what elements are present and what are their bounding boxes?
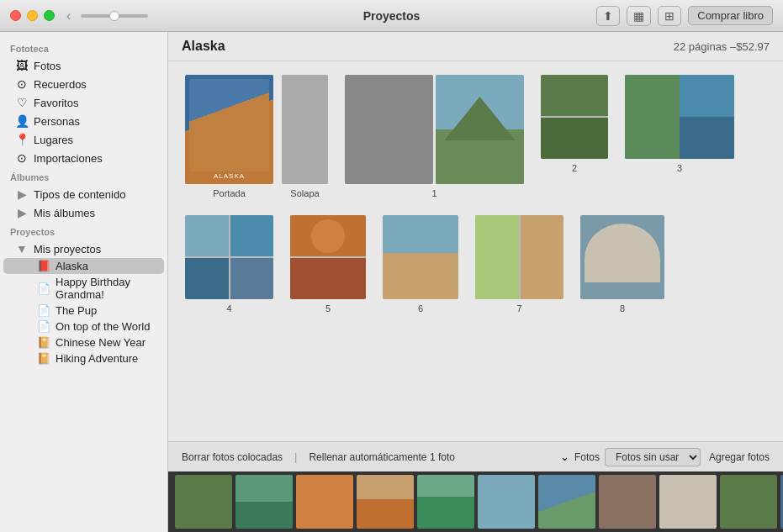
page-cell-5[interactable]: 5 xyxy=(290,215,366,313)
film-thumb-10[interactable] xyxy=(720,475,777,529)
chinese-icon: 📔 xyxy=(37,336,50,349)
sidebar-item-lugares[interactable]: 📍 Lugares xyxy=(3,130,164,149)
page-label-7: 7 xyxy=(516,303,521,313)
sidebar-item-mis-proyectos[interactable]: ▼ Mis proyectos xyxy=(3,240,164,258)
film-thumb-5[interactable] xyxy=(417,475,474,529)
imports-icon: ⊙ xyxy=(15,151,29,165)
page-thumb-5[interactable] xyxy=(290,215,366,299)
page-thumb-blank[interactable] xyxy=(345,75,433,184)
page-label-solapa: Solapa xyxy=(290,188,319,198)
sidebar-item-importaciones[interactable]: ⊙ Importaciones xyxy=(3,149,164,167)
page-cell-6[interactable]: 6 xyxy=(383,215,458,313)
sidebar-item-favoritos-label: Favoritos xyxy=(34,97,78,109)
maximize-button[interactable] xyxy=(44,10,55,21)
project-title: Alaska xyxy=(182,39,225,54)
page-thumb-7[interactable] xyxy=(475,215,563,299)
buy-book-button[interactable]: Comprar libro xyxy=(688,6,773,25)
sidebar-item-fotos[interactable]: 🖼 Fotos xyxy=(3,56,164,75)
photos-icon: 🖼 xyxy=(15,59,29,72)
share-icon-button[interactable]: ⬆ xyxy=(596,6,620,26)
page-cell-1[interactable] xyxy=(436,75,524,184)
app-body: Fototeca 🖼 Fotos ⊙ Recuerdos ♡ Favoritos… xyxy=(0,32,783,532)
project-item-birthday[interactable]: 📄 Happy Birthday Grandma! xyxy=(3,274,164,303)
fotos-label: Fotos xyxy=(574,451,600,463)
page-thumb-8[interactable] xyxy=(580,215,664,299)
chevron-down-icon: ⌄ xyxy=(560,450,569,463)
zoom-slider[interactable] xyxy=(81,14,148,18)
spread-2 xyxy=(541,75,608,159)
page-thumb-2a[interactable] xyxy=(541,75,608,159)
film-thumb-2[interactable] xyxy=(235,475,293,529)
sidebar-item-lugares-label: Lugares xyxy=(34,134,73,146)
back-button[interactable]: ‹ xyxy=(63,8,74,24)
film-thumb-4[interactable] xyxy=(357,475,414,529)
project-item-pup[interactable]: 📄 The Pup xyxy=(3,303,164,319)
main-panel: Alaska 22 páginas –$52.97 ALASKA xyxy=(168,32,783,532)
page-thumb-portada[interactable]: ALASKA xyxy=(185,75,273,184)
film-thumb-6[interactable] xyxy=(478,475,535,529)
page-cell-2a[interactable] xyxy=(541,75,608,159)
page-label-2: 2 xyxy=(572,163,577,173)
pup-icon: 📄 xyxy=(37,304,50,317)
page-group-3: 3 xyxy=(625,75,734,198)
ontop-icon: 📄 xyxy=(37,320,50,333)
page-thumb-solapa[interactable] xyxy=(282,75,328,184)
grid-icon-button[interactable]: ⊞ xyxy=(658,6,681,26)
page-group-8: 8 xyxy=(580,215,664,313)
project-header: Alaska 22 páginas –$52.97 xyxy=(168,32,783,61)
cover-area: ALASKA Portada Solapa xyxy=(185,75,328,198)
page-cell-solapa[interactable]: Solapa xyxy=(282,75,328,198)
page-thumb-1[interactable] xyxy=(436,75,524,184)
page-thumb-6[interactable] xyxy=(383,215,458,299)
tipos-disclosure-icon: ▶ xyxy=(15,187,29,201)
project-item-chinese[interactable]: 📔 Chinese New Year xyxy=(3,334,164,350)
hiking-icon: 📔 xyxy=(37,352,50,365)
page-label-6: 6 xyxy=(418,303,423,313)
film-thumb-9[interactable] xyxy=(659,475,717,529)
page-thumb-4[interactable] xyxy=(185,215,273,299)
places-icon: 📍 xyxy=(15,133,29,146)
project-item-chinese-label: Chinese New Year xyxy=(56,336,145,349)
page-cell-7[interactable]: 7 xyxy=(475,215,563,313)
project-item-birthday-label: Happy Birthday Grandma! xyxy=(56,276,154,301)
page-group-6: 6 xyxy=(383,215,458,313)
project-item-pup-label: The Pup xyxy=(56,304,97,317)
film-thumb-8[interactable] xyxy=(599,475,656,529)
library-header: Fototeca xyxy=(0,39,167,56)
layout-icon-button[interactable]: ▦ xyxy=(627,6,651,26)
page-group-4: 4 xyxy=(185,215,273,313)
page-cell-blank[interactable] xyxy=(345,75,433,184)
close-button[interactable] xyxy=(10,10,21,21)
bottom-toolbar: Borrar fotos colocadas | Rellenar automá… xyxy=(168,441,783,471)
autofill-button[interactable]: Rellenar automáticamente 1 foto xyxy=(305,450,458,465)
pages-grid: ALASKA Portada Solapa xyxy=(168,61,783,441)
page-label-portada: Portada xyxy=(213,188,246,198)
page-cell-4[interactable]: 4 xyxy=(185,215,273,313)
sidebar-item-tipos[interactable]: ▶ Tipos de contenido xyxy=(3,185,164,203)
add-photos-button[interactable]: Agregar fotos xyxy=(706,450,773,465)
project-item-alaska[interactable]: 📕 Alaska xyxy=(3,258,164,274)
sidebar-item-recuerdos[interactable]: ⊙ Recuerdos xyxy=(3,75,164,93)
page-group-2: 2 xyxy=(541,75,608,198)
toolbar-right: ⬆ ▦ ⊞ Comprar libro xyxy=(596,6,773,26)
sidebar-item-mis-albumes[interactable]: ▶ Mis álbumes xyxy=(3,203,164,222)
page-cell-3[interactable]: 3 xyxy=(625,75,734,173)
film-thumb-1[interactable] xyxy=(175,475,232,529)
sidebar-item-favoritos[interactable]: ♡ Favoritos xyxy=(3,93,164,112)
page-cell-portada[interactable]: ALASKA Portada xyxy=(185,75,273,198)
photos-filter-dropdown[interactable]: Fotos sin usar xyxy=(605,448,701,466)
minimize-button[interactable] xyxy=(27,10,38,21)
project-item-hiking[interactable]: 📔 Hiking Adventure xyxy=(3,350,164,366)
project-item-alaska-label: Alaska xyxy=(56,260,88,272)
titlebar: ‹ Proyectos ⬆ ▦ ⊞ Comprar libro xyxy=(0,0,783,32)
project-item-ontop[interactable]: 📄 On top of the World xyxy=(3,319,164,334)
window-controls xyxy=(10,10,55,21)
clear-photos-button[interactable]: Borrar fotos colocadas xyxy=(178,450,286,465)
page-label-1: 1 xyxy=(431,188,436,198)
film-thumb-3[interactable] xyxy=(296,475,353,529)
window-title: Proyectos xyxy=(363,9,421,23)
page-thumb-3[interactable] xyxy=(625,75,734,159)
film-thumb-7[interactable] xyxy=(538,475,595,529)
sidebar-item-personas[interactable]: 👤 Personas xyxy=(3,112,164,130)
page-cell-8[interactable]: 8 xyxy=(580,215,664,313)
